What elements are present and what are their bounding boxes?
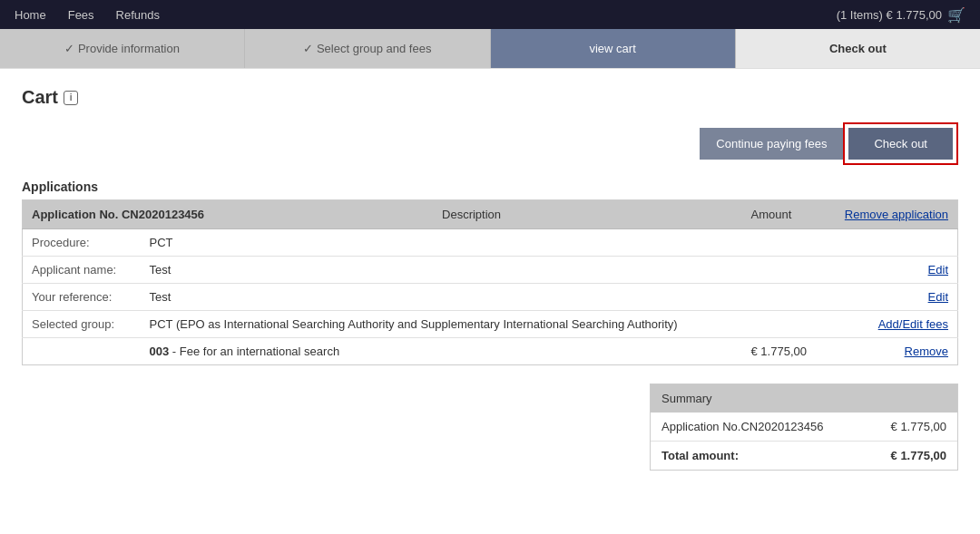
nav-fees[interactable]: Fees — [68, 3, 94, 27]
label-group: Selected group: — [23, 311, 141, 338]
fee-amount: € 1.775,00 — [742, 338, 824, 365]
cart-icon[interactable]: 🛒 — [947, 6, 965, 24]
fee-remove-action[interactable]: Remove — [823, 338, 957, 365]
label-procedure: Procedure: — [23, 229, 141, 257]
summary-row-app: Application No.CN2020123456 € 1.775,00 — [651, 413, 957, 442]
table-row-reference: Your reference: Test Edit — [23, 284, 958, 311]
fee-description: 003 - Fee for an international search — [141, 338, 742, 365]
col-description: Description — [433, 200, 742, 229]
info-icon[interactable]: i — [64, 91, 78, 105]
value-procedure: PCT — [141, 229, 742, 257]
page-title: Cart — [22, 87, 58, 108]
continue-paying-fees-button[interactable]: Continue paying fees — [700, 128, 843, 160]
table-row-fee: 003 - Fee for an international search € … — [23, 338, 958, 365]
action-applicant[interactable]: Edit — [823, 257, 957, 284]
label-reference: Your reference: — [23, 284, 141, 311]
applications-section-title: Applications — [22, 180, 958, 194]
steps-bar: ✓ Provide information ✓ Select group and… — [0, 29, 980, 69]
step-check-out[interactable]: Check out — [736, 29, 980, 68]
step-provide-information[interactable]: ✓ Provide information — [0, 29, 245, 68]
nav-home[interactable]: Home — [15, 3, 46, 27]
top-navigation: Home Fees Refunds (1 Items) € 1.775,00 🛒 — [0, 0, 980, 29]
summary-app-amount: € 1.775,00 — [891, 420, 946, 433]
col-amount: Amount — [742, 200, 824, 229]
step-view-cart[interactable]: view cart — [491, 29, 736, 68]
cart-summary: (1 Items) € 1.775,00 🛒 — [837, 6, 965, 24]
col-remove-app[interactable]: Remove application — [823, 200, 957, 229]
table-row-group: Selected group: PCT (EPO as Internationa… — [23, 311, 958, 338]
page-title-row: Cart i — [22, 87, 958, 108]
summary-wrapper: Summary Application No.CN2020123456 € 1.… — [22, 384, 958, 471]
checkout-button-wrapper: Check out — [843, 122, 958, 165]
summary-box: Summary Application No.CN2020123456 € 1.… — [650, 384, 958, 471]
summary-total-amount: € 1.775,00 — [891, 449, 946, 462]
cart-info-text: (1 Items) € 1.775,00 — [837, 8, 942, 22]
applications-table: Application No. CN2020123456 Description… — [22, 199, 958, 365]
action-reference[interactable]: Edit — [823, 284, 957, 311]
value-group: PCT (EPO as International Searching Auth… — [141, 311, 742, 338]
value-applicant: Test — [141, 257, 742, 284]
main-content: Cart i Continue paying fees Check out Ap… — [0, 69, 980, 489]
action-group[interactable]: Add/Edit fees — [823, 311, 957, 338]
nav-refunds[interactable]: Refunds — [116, 3, 160, 27]
checkout-button[interactable]: Check out — [848, 128, 953, 160]
table-row-applicant: Applicant name: Test Edit — [23, 257, 958, 284]
summary-row-total: Total amount: € 1.775,00 — [651, 442, 957, 470]
action-buttons-row: Continue paying fees Check out — [22, 122, 958, 165]
nav-links: Home Fees Refunds — [15, 3, 160, 27]
step-select-group-fees[interactable]: ✓ Select group and fees — [245, 29, 490, 68]
summary-app-label: Application No.CN2020123456 — [662, 420, 824, 433]
summary-title: Summary — [651, 384, 957, 413]
label-applicant: Applicant name: — [23, 257, 141, 284]
summary-total-label: Total amount: — [662, 449, 739, 462]
col-app-no: Application No. CN2020123456 — [23, 200, 434, 229]
value-reference: Test — [141, 284, 742, 311]
table-row-procedure: Procedure: PCT — [23, 229, 958, 257]
